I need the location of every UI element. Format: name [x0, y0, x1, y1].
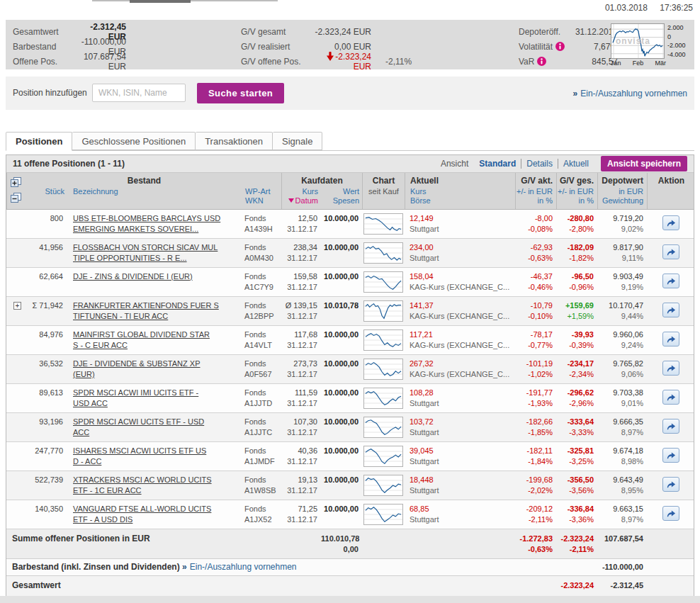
- info-icon[interactable]: [537, 57, 546, 66]
- gv-realisiert-value: 0,00 EUR: [313, 42, 371, 52]
- gv-akt-eur: -191,77: [526, 388, 553, 397]
- forward-arrow-icon: [665, 247, 677, 257]
- sort-kurs[interactable]: Kurs: [302, 187, 318, 196]
- current-price: 12,149: [410, 214, 434, 222]
- gv-akt-pct: -2,11%: [529, 515, 553, 524]
- gv-ges-eur: -325,81: [568, 446, 594, 455]
- position-name-link[interactable]: FLOSSBACH VON STORCH SICAV MULTIPLE OPPO…: [73, 243, 218, 262]
- tab-bar: Positionen Geschlossene Positionen Trans…: [6, 132, 694, 151]
- wp-art: Fonds: [244, 301, 266, 310]
- search-input[interactable]: [92, 84, 186, 102]
- position-name-link[interactable]: UBS ETF-BLOOMBERG BARCLAYS USDEMERGING M…: [73, 214, 220, 233]
- shares-count: 36,532: [26, 359, 67, 380]
- forward-arrow-button[interactable]: [662, 332, 679, 346]
- sort-bezeichnung[interactable]: Bezeichnung: [68, 187, 245, 205]
- deposit-withdraw-link[interactable]: Ein-/Auszahlung vornehmen: [580, 89, 687, 98]
- deposit-withdraw-link[interactable]: Ein-/Auszahlung vornehmen: [190, 562, 297, 572]
- tab-signale[interactable]: Signale: [273, 132, 322, 150]
- sparkline-chart: [363, 359, 403, 380]
- barbestand-row: Barbestand (inkl. Zinsen und Dividenden)…: [6, 559, 694, 576]
- sort-wkn[interactable]: WKN: [245, 196, 264, 205]
- forward-arrow-button[interactable]: [662, 448, 679, 463]
- position-name-link[interactable]: VANGUARD FTSE ALL-WORLD UCITSETF - A USD…: [73, 505, 211, 524]
- view-details-link[interactable]: Details: [521, 159, 558, 169]
- sort-gv-ges-eur[interactable]: +/- in EUR: [558, 187, 594, 196]
- forward-arrow-icon: [665, 509, 677, 518]
- forward-arrow-button[interactable]: [662, 215, 679, 230]
- view-aktuell-link[interactable]: Aktuell: [558, 159, 594, 169]
- forward-arrow-button[interactable]: [662, 361, 679, 376]
- position-name-link[interactable]: MAINFIRST GLOBAL DIVIDEND STARS - C EUR …: [73, 330, 210, 349]
- sparkline-chart: [363, 213, 403, 235]
- tab-geschlossene-positionen[interactable]: Geschlossene Positionen: [72, 132, 196, 150]
- view-standard-link[interactable]: Standard: [474, 159, 521, 169]
- sort-wp-art[interactable]: WP-Art: [245, 187, 270, 196]
- sort-datum[interactable]: Datum: [295, 196, 318, 205]
- info-icon[interactable]: [555, 42, 565, 51]
- wkn: A1JX52: [244, 515, 272, 524]
- position-name-link[interactable]: DJE - DIVIDENDE & SUBSTANZ XP(EUR): [73, 359, 201, 378]
- tab-transaktionen[interactable]: Transaktionen: [196, 132, 273, 150]
- forward-arrow-button[interactable]: [662, 477, 679, 492]
- gv-akt-eur: -101,19: [526, 359, 553, 368]
- table-row: 41,956 FLOSSBACH VON STORCH SICAV MULTIP…: [6, 239, 694, 268]
- position-name-link[interactable]: SPDR MSCI ACWI UCITS ETF - USDACC: [73, 417, 204, 436]
- exchange: KAG-Kurs (EXCHANGE_C...: [410, 341, 509, 349]
- sort-akt-kurs[interactable]: Kurs: [410, 187, 427, 196]
- gv-akt-eur: -78,17: [531, 330, 553, 339]
- collapse-all-icon[interactable]: [11, 193, 22, 203]
- current-price: 18,448: [410, 475, 434, 484]
- forward-arrow-button[interactable]: [662, 303, 679, 317]
- position-name-link[interactable]: ISHARES MSCI ACWI UCITS ETF USD - ACC: [73, 446, 206, 466]
- sort-gv-ges-pct[interactable]: in %: [579, 196, 594, 205]
- sparkline-chart: [363, 329, 403, 351]
- position-name-link[interactable]: DJE - ZINS & DIVIDENDE I (EUR): [73, 272, 193, 281]
- gv-akt-eur: -209,12: [526, 505, 553, 513]
- forward-arrow-button[interactable]: [662, 274, 679, 288]
- gv-ges-pct: -3,33%: [569, 428, 594, 436]
- wkn: A1C7Y9: [244, 283, 273, 291]
- position-name-link[interactable]: SPDR MSCI ACWI IMI UCITS ETF -USD ACC: [73, 388, 198, 407]
- buy-price: 12,50: [298, 214, 317, 222]
- buy-price: 238,34: [293, 243, 317, 252]
- sort-wert[interactable]: Wert: [343, 187, 359, 196]
- save-view-button[interactable]: Ansicht speichern: [601, 156, 687, 171]
- table-toolbar: 11 offene Positionen (1 - 11) Ansicht St…: [6, 155, 694, 173]
- depot-value: 9.674,18: [613, 446, 643, 455]
- current-price: 117,21: [410, 330, 433, 339]
- gv-akt-pct: -1,85%: [528, 428, 553, 436]
- buy-price: 111,59: [295, 388, 317, 397]
- expand-all-icon[interactable]: [11, 177, 22, 188]
- position-name-link[interactable]: XTRACKERS MSCI AC WORLD UCITSETF - 1C EU…: [73, 475, 212, 495]
- sort-boerse[interactable]: Börse: [410, 196, 431, 205]
- buy-value: 10.000,00: [321, 417, 362, 438]
- forward-arrow-button[interactable]: [662, 244, 679, 259]
- gv-ges-eur: -333,64: [568, 417, 594, 426]
- mini-chart-x-axis: Jan Feb Mär: [611, 60, 666, 67]
- depot-value: 9.960,06: [613, 330, 643, 339]
- expander-plus-icon[interactable]: +: [13, 302, 21, 310]
- sort-gewichtung[interactable]: Gewichtung: [602, 196, 643, 205]
- sort-spesen[interactable]: Spesen: [333, 196, 359, 205]
- sort-depot-eur[interactable]: in EUR: [619, 187, 643, 196]
- tab-positionen[interactable]: Positionen: [6, 132, 72, 151]
- exchange: Stuttgart: [410, 457, 439, 466]
- forward-arrow-button[interactable]: [662, 506, 679, 521]
- sort-stueck[interactable]: Stück: [27, 187, 68, 205]
- gv-akt-eur: -62,93: [531, 243, 553, 252]
- sort-gv-akt-eur[interactable]: +/- in EUR: [516, 187, 553, 196]
- gv-ges-eur: -96,50: [572, 272, 594, 281]
- search-button[interactable]: Suche starten: [197, 83, 284, 103]
- table-row: 140,350 VANGUARD FTSE ALL-WORLD UCITSETF…: [6, 500, 694, 529]
- gv-ges-pct: -2,34%: [569, 370, 594, 378]
- weighting: 8,98%: [621, 457, 643, 466]
- volatilitaet-label: Volatilität: [519, 42, 553, 52]
- sum-gv-ges: -2.323,24-2,11%: [556, 534, 597, 555]
- gv-akt-eur: -46,37: [531, 272, 553, 281]
- shares-count: 800: [26, 213, 67, 235]
- forward-arrow-button[interactable]: [662, 390, 679, 405]
- sort-gv-akt-pct[interactable]: in %: [538, 196, 553, 205]
- sparkline-chart: [363, 446, 403, 467]
- position-name-link[interactable]: FRANKFURTER AKTIENFONDS FUER STIFTUNGEN …: [73, 301, 219, 320]
- forward-arrow-button[interactable]: [662, 419, 679, 434]
